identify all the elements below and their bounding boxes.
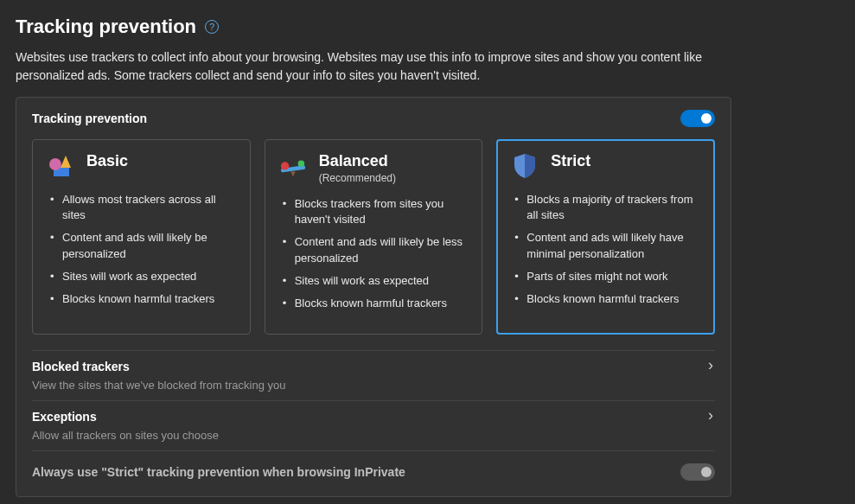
tracking-prevention-toggle[interactable] xyxy=(680,110,715,127)
svg-point-6 xyxy=(297,160,304,167)
chevron-right-icon: › xyxy=(708,356,713,374)
card-balanced[interactable]: Balanced (Recommended) Blocks trackers f… xyxy=(265,139,483,335)
card-basic-bullet: Blocks known harmful trackers xyxy=(50,291,236,307)
card-basic[interactable]: Basic Allows most trackers across all si… xyxy=(32,139,251,335)
shield-icon xyxy=(511,152,539,180)
exceptions-title: Exceptions xyxy=(32,410,715,424)
shapes-icon xyxy=(47,152,74,180)
inprivate-strict-row: Always use "Strict" tracking prevention … xyxy=(32,450,715,484)
card-balanced-bullet: Content and ads will likely be less pers… xyxy=(283,234,469,265)
card-balanced-subtitle: (Recommended) xyxy=(319,172,396,184)
svg-point-5 xyxy=(281,162,289,169)
help-icon[interactable]: ? xyxy=(205,20,219,34)
card-basic-bullet: Allows most trackers across all sites xyxy=(50,192,236,223)
card-strict-bullet: Parts of sites might not work xyxy=(514,269,700,284)
page-intro: Websites use trackers to collect info ab… xyxy=(16,48,768,85)
card-basic-bullet: Content and ads will likely be personali… xyxy=(50,230,236,261)
card-strict-bullet: Blocks known harmful trackers xyxy=(514,291,700,307)
blocked-trackers-title: Blocked trackers xyxy=(32,360,715,373)
card-balanced-bullet: Sites will work as expected xyxy=(283,273,469,289)
page-title: Tracking prevention xyxy=(16,16,196,38)
svg-point-1 xyxy=(49,158,61,170)
inprivate-strict-title: Always use "Strict" tracking prevention … xyxy=(32,465,405,479)
tracking-prevention-panel: Tracking prevention Basic Allows most tr… xyxy=(16,97,731,497)
card-strict-bullet: Content and ads will likely have minimal… xyxy=(514,230,700,261)
card-balanced-title: Balanced xyxy=(319,152,396,170)
card-strict-title: Strict xyxy=(551,152,590,170)
svg-marker-2 xyxy=(61,156,71,168)
chevron-right-icon: › xyxy=(708,406,713,424)
panel-title: Tracking prevention xyxy=(32,112,147,125)
card-strict-bullet: Blocks a majority of trackers from all s… xyxy=(514,192,700,223)
exceptions-row[interactable]: Exceptions Allow all trackers on sites y… xyxy=(32,400,715,450)
card-balanced-bullet: Blocks known harmful trackers xyxy=(283,296,469,311)
card-strict[interactable]: Strict Blocks a majority of trackers fro… xyxy=(496,139,715,335)
blocked-trackers-sub: View the sites that we've blocked from t… xyxy=(32,379,715,392)
inprivate-strict-toggle[interactable] xyxy=(680,463,715,481)
svg-marker-3 xyxy=(290,172,296,177)
card-balanced-bullet: Blocks trackers from sites you haven't v… xyxy=(283,196,469,227)
blocked-trackers-row[interactable]: Blocked trackers View the sites that we'… xyxy=(32,350,715,400)
scale-icon xyxy=(279,152,307,180)
card-basic-bullet: Sites will work as expected xyxy=(50,269,236,284)
card-basic-title: Basic xyxy=(86,152,128,170)
exceptions-sub: Allow all trackers on sites you choose xyxy=(32,429,715,442)
